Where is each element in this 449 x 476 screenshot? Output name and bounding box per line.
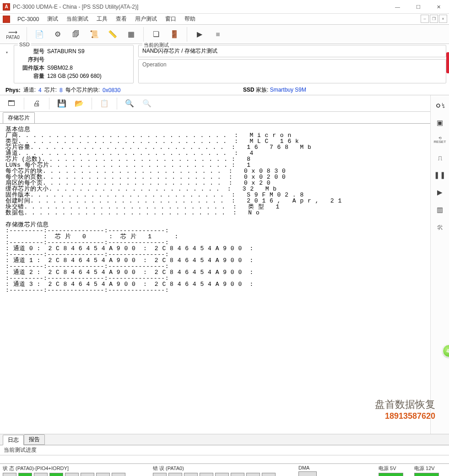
report-tabs: 存储芯片 (0, 112, 430, 124)
right-toolbar: ⭘↯ ▣ ⟲RESET ⎍ ❚❚ ▶ ▥ 🛠 (431, 95, 449, 434)
print-icon[interactable]: 🖨 (29, 97, 44, 110)
err-item: AMN (262, 473, 276, 476)
menu-help[interactable]: 帮助 (181, 14, 199, 24)
cap-value: 128 GB (250 069 680) (47, 72, 130, 80)
mdi-close-button[interactable]: × (439, 15, 447, 23)
ssd-legend: SSD (18, 42, 31, 47)
fw-value: S9BM02.8 (47, 64, 130, 72)
status-area: 状 态 (PATA0)-[PIO4+IORDY] BSYDRDDWFDSCDRQ… (0, 464, 449, 476)
report-content: 基本信息 厂商. . . . . . . . . . . . . . . . .… (0, 124, 430, 434)
menu-current-test[interactable]: 当前测试 (63, 14, 92, 24)
model-value: SATABURN S9 (47, 47, 130, 55)
pata0-button[interactable]: ⟿PATA0 (3, 26, 23, 43)
status-state-label: 状 态 (PATA0)-[PIO4+IORDY] (3, 465, 149, 473)
status-pwr12-label: 电源 12V (414, 465, 446, 473)
current-test-group: 当前的测试 NAND闪存芯片 / 存储芯片测试 (138, 45, 446, 57)
tools-icon[interactable]: 🛠 (433, 221, 446, 234)
err-item: INF (200, 473, 213, 476)
power-icon[interactable]: ⭘↯ (433, 99, 446, 112)
status-pwr5-label: 电源 5V (379, 465, 411, 473)
state-box (96, 473, 110, 476)
tab-report[interactable]: 报告 (24, 434, 45, 445)
minimize-button[interactable]: — (387, 0, 408, 14)
progress-row: 当前测试进度 (0, 445, 449, 455)
exit-icon[interactable]: 🚪 (166, 26, 183, 43)
menu-test[interactable]: 测试 (43, 14, 62, 24)
app-icon-small (3, 16, 10, 23)
err-box (200, 473, 213, 476)
pause-icon[interactable]: ❚❚ (433, 169, 446, 181)
phys-blk-label: 每个芯片的块: (65, 86, 100, 94)
script-icon[interactable]: 📜 (86, 26, 103, 43)
tab-storage-chip[interactable]: 存储芯片 (3, 112, 35, 123)
state-item-drd: DRD (18, 473, 32, 476)
serial-label: 序列号 (18, 55, 47, 64)
menu-view[interactable]: 查看 (112, 14, 130, 24)
menu-window[interactable]: 窗口 (162, 14, 180, 24)
phys-chip-label: 芯片: (44, 86, 57, 94)
grid-icon[interactable]: ▦ (122, 26, 140, 43)
mdi-minimize-button[interactable]: – (421, 15, 429, 23)
maximize-button[interactable]: ☐ (408, 0, 428, 14)
status-dma-label: DMA (298, 465, 326, 471)
menu-tools[interactable]: 工具 (93, 14, 111, 24)
status-dma-group: DMA RQ (298, 465, 326, 476)
stop-icon[interactable]: ■ (209, 26, 227, 43)
close-button[interactable]: ✕ (428, 0, 449, 14)
state-item-dwf: DWF (34, 473, 48, 476)
save-icon[interactable]: 💾 (54, 97, 70, 110)
titlebar: A PC-3000 UDMA-E - China - [PS SSD Utili… (0, 0, 449, 14)
state-item-bsy: BSY (3, 473, 16, 476)
menu-user-test[interactable]: 用户测试 (131, 14, 161, 24)
err-item (184, 473, 198, 476)
report-toolbar: 🗔 🖨 💾 📂 📋 🔍 🔍 (0, 95, 430, 112)
serial-value (47, 55, 130, 64)
bottom-tabs: 日志 报告 (0, 434, 449, 445)
state-item-crr: CRR (81, 473, 94, 476)
status-error-label: 错 误 (PATA0) (153, 465, 295, 473)
current-test-legend: 当前的测试 (142, 42, 170, 49)
main-toolbar: ⟿PATA0 📄 ⚙ 🗐 📜 📏 ▦ ❏ 🚪 ▶ ■ (0, 25, 449, 44)
err-box (215, 473, 229, 476)
fw-label: 固件版本 (18, 64, 47, 72)
err-item (215, 473, 229, 476)
cap-label: 容量 (18, 72, 47, 80)
open-icon[interactable]: 📂 (71, 97, 87, 110)
err-item: TON (246, 473, 260, 476)
state-item-drq: DRQ (65, 473, 79, 476)
document-icon[interactable]: 📄 (31, 26, 48, 43)
state-box (3, 473, 16, 476)
ssd-info-group: SSD 型号SATABURN S9 序列号 固件版本S9BM02.8 容量128… (14, 45, 134, 83)
chip2-icon[interactable]: ▥ (433, 203, 446, 216)
err-item: ABR (231, 473, 244, 476)
status-pwr5-group: 电源 5V 5V (379, 465, 411, 476)
chip-icon[interactable]: ▣ (433, 116, 446, 129)
clipboard-icon[interactable]: 📋 (97, 97, 112, 110)
state-box (49, 473, 63, 476)
phys-row: Phys: 通道: 4 芯片: 8 每个芯片的块: 0x0830 SSD 家族:… (0, 85, 449, 95)
err-box (153, 473, 167, 476)
tab-log[interactable]: 日志 (3, 435, 24, 445)
copy-icon[interactable]: ❏ (147, 26, 165, 43)
pages-icon[interactable]: 🗐 (67, 26, 85, 43)
find-next-icon[interactable]: 🔍 (139, 97, 155, 110)
err-box (168, 473, 182, 476)
err-item: BBK (153, 473, 167, 476)
play-icon[interactable]: ▶ (191, 26, 208, 43)
reset-icon[interactable]: ⟲RESET (433, 134, 446, 147)
ruler-icon[interactable]: 📏 (104, 26, 121, 43)
settings-icon[interactable]: 🗔 (4, 97, 19, 110)
gear-icon[interactable]: ⚙ (49, 26, 66, 43)
current-test-text: NAND闪存芯片 / 存储芯片测试 (142, 47, 442, 55)
phys-family-label: 家族: (256, 87, 268, 93)
menu-app[interactable]: PC-3000 (14, 15, 43, 23)
phys-label: Phys: (5, 87, 21, 93)
main-left: 🗔 🖨 💾 📂 📋 🔍 🔍 存储芯片 基本信息 厂商. . . . . . . … (0, 95, 431, 434)
ssd-side-indicator[interactable]: ▾ (5, 45, 9, 83)
connector-icon[interactable]: ⎍ (433, 151, 446, 164)
find-icon[interactable]: 🔍 (122, 97, 137, 110)
phys-chip-value: 8 (60, 87, 63, 93)
play-small-icon[interactable]: ▶ (433, 186, 446, 199)
state-box (112, 473, 125, 476)
mdi-restore-button[interactable]: ❐ (430, 15, 438, 23)
